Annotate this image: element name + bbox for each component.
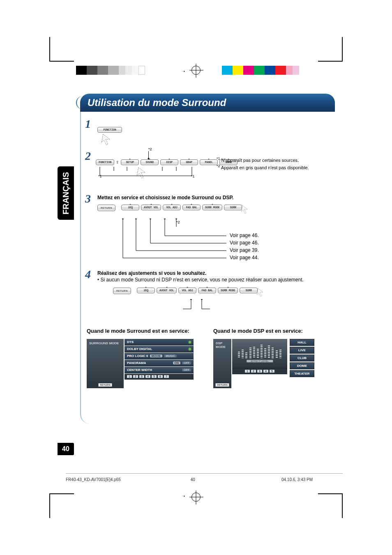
toggle-music[interactable]: MUSIC xyxy=(164,355,177,357)
language-tab: FRANÇAIS xyxy=(58,166,74,220)
vol-adj-button[interactable]: VOL ADJ xyxy=(163,205,181,210)
step-4-bullet: • Si aucun mode Surround ni DSP n'est en… xyxy=(97,277,327,283)
crop-mark xyxy=(318,61,343,62)
return-label[interactable]: RETURN xyxy=(99,383,112,387)
toggle-off[interactable]: OFF xyxy=(182,368,191,371)
dsp-heading: Quand le mode DSP est en service: xyxy=(213,328,332,334)
num-button[interactable]: 7 xyxy=(164,375,169,378)
preset-club[interactable]: CLUB xyxy=(290,355,314,362)
fad-bal-button[interactable]: FAD BAL xyxy=(198,288,216,293)
surr-button[interactable]: SURR xyxy=(224,205,242,210)
num-button[interactable]: 4 xyxy=(263,370,268,373)
dsp-panel-left: DSP MODE RETURN xyxy=(213,339,231,388)
vol-adj-button[interactable]: VOL ADJ xyxy=(178,288,196,293)
num-button[interactable]: 1 xyxy=(127,375,132,378)
setup-button[interactable]: SETUP xyxy=(121,159,139,165)
svg-point-1 xyxy=(135,219,137,219)
footnote-2: *2 Apparaît en gris quand n'est pas disp… xyxy=(217,164,309,171)
return-label[interactable]: RETURN xyxy=(216,383,229,387)
step-4-heading: Réalisez des ajustements si vous le souh… xyxy=(97,270,332,276)
function-button[interactable]: FUNCTION xyxy=(97,127,122,133)
row-center-width[interactable]: CENTER WIDTH OFF xyxy=(125,367,194,373)
cursor-icon xyxy=(241,205,254,216)
preset-theater[interactable]: THEATER xyxy=(290,370,314,377)
num-button[interactable]: 5 xyxy=(270,370,274,373)
leader-line xyxy=(148,151,149,158)
footer-divider xyxy=(66,473,343,474)
num-button[interactable]: 2 xyxy=(133,375,138,378)
panel-button[interactable]: PANEL xyxy=(200,159,218,165)
effect-level-label: EFFECT LEVEL xyxy=(247,360,273,362)
crop-mark xyxy=(49,37,50,62)
svg-point-6 xyxy=(201,299,203,300)
dsp-mode-panel: DSP MODE RETURN EFFECT LEVEL 1 2 3 xyxy=(213,339,332,388)
reference-lines xyxy=(103,219,333,264)
ieq-button[interactable]: iEQ xyxy=(137,288,155,293)
svg-point-0 xyxy=(122,219,124,219)
avout-vol-button[interactable]: AVOUT VOL xyxy=(141,205,161,210)
panel-title: SURROUND MODE xyxy=(89,341,119,345)
fad-bal-button[interactable]: FAD BAL xyxy=(182,205,201,210)
num-button[interactable]: 3 xyxy=(257,370,262,373)
preset-dome[interactable]: DOME xyxy=(290,362,314,369)
surr-button[interactable]: SURR xyxy=(240,288,258,293)
num-button[interactable]: 1 xyxy=(245,370,250,373)
step-number-3: 3 xyxy=(85,192,91,205)
row-panorama[interactable]: PANORAMA ON OFF xyxy=(125,360,194,366)
ref-page-46: Voir page 46. xyxy=(230,233,259,238)
led-icon xyxy=(189,341,191,343)
panel-title: DSP MODE xyxy=(216,341,231,349)
sound-button[interactable]: SOUND xyxy=(141,159,159,165)
avout-vol-button[interactable]: AVOUT VOL xyxy=(157,288,177,293)
step-number-4: 4 xyxy=(85,268,91,281)
num-button[interactable]: 2 xyxy=(251,370,256,373)
num-button[interactable]: 6 xyxy=(158,375,163,378)
bracket-lines xyxy=(96,166,198,180)
shift-lock-icon: ⇧ xyxy=(116,160,119,164)
footer-timestamp: 04.10.6, 3:43 PM xyxy=(281,477,313,482)
color-swatches xyxy=(222,66,299,75)
row-dolby[interactable]: DOLBY DIGITAL xyxy=(125,346,194,352)
crop-mark xyxy=(318,493,343,494)
footnote-1: *1 N'apparaît pas pour certaines sources… xyxy=(217,156,309,164)
surr-mode-button[interactable]: SURR MODE xyxy=(218,288,238,293)
row-prologic[interactable]: PRO LOGIC II MOVIE MUSIC xyxy=(125,353,194,359)
ref-page-46b: Voir page 46. xyxy=(230,240,259,246)
step-number-2: 2 xyxy=(85,150,91,163)
ref-page-39: Voir page 39. xyxy=(230,247,259,253)
callout-line xyxy=(113,299,236,315)
page-title: Utilisation du mode Surround xyxy=(80,94,335,112)
preset-live[interactable]: LIVE xyxy=(290,347,314,354)
grap-button[interactable]: GRAP xyxy=(180,159,198,165)
return-button[interactable]: RETURN xyxy=(97,205,115,211)
crop-mark xyxy=(342,37,343,62)
surr-mode-button[interactable]: SURR MODE xyxy=(202,205,222,210)
page-number: 40 xyxy=(58,443,74,455)
svg-point-5 xyxy=(190,299,192,300)
svg-point-3 xyxy=(164,219,166,219)
surround-panel-left: SURROUND MODE RETURN xyxy=(87,339,124,388)
toggle-movie[interactable]: MOVIE xyxy=(150,355,163,357)
function-button[interactable]: FUNCTION xyxy=(96,159,114,165)
footer-info: FR40-43_KD-AV7001[E]4.p65 40 04.10.6, 3:… xyxy=(66,477,345,482)
ieq-button[interactable]: iEQ xyxy=(121,205,139,210)
footer-file: FR40-43_KD-AV7001[E]4.p65 xyxy=(66,477,121,482)
num-button[interactable]: 3 xyxy=(139,375,144,378)
registration-arrow-icon: ➝ xyxy=(182,69,185,74)
return-button[interactable]: RETURN xyxy=(113,288,131,294)
num-row: 1 2 3 4 5 xyxy=(232,368,287,374)
row-dts[interactable]: DTS xyxy=(125,339,194,345)
num-button[interactable]: 5 xyxy=(152,375,157,378)
footnote-anchor-2: *2 xyxy=(148,147,152,151)
crop-marks-top: ➝ xyxy=(0,37,392,82)
toggle-off[interactable]: OFF xyxy=(182,362,191,364)
grayscale-swatches xyxy=(76,66,145,75)
disp-button[interactable]: DISP xyxy=(160,159,178,165)
num-button[interactable]: 4 xyxy=(145,375,150,378)
preset-hall[interactable]: HALL xyxy=(290,339,314,346)
surround-mode-panel: SURROUND MODE RETURN DTS DOLBY DIGITAL P… xyxy=(87,339,194,388)
cursor-icon xyxy=(257,288,269,299)
toggle-on[interactable]: ON xyxy=(173,362,181,364)
svg-point-2 xyxy=(150,219,151,219)
page-content: 1 FUNCTION 2 *2 FUNCTION ⇧ SETUP SOUND D… xyxy=(80,112,335,424)
